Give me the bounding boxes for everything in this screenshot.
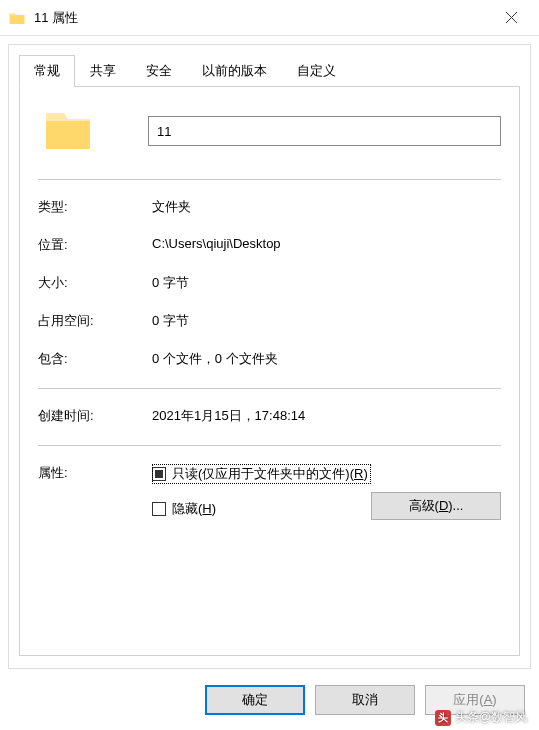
readonly-label: 只读(仅应用于文件夹中的文件)(R): [172, 465, 368, 483]
value-type: 文件夹: [152, 198, 501, 216]
watermark-icon: 头: [435, 710, 451, 726]
value-size-on-disk: 0 字节: [152, 312, 501, 330]
cancel-button[interactable]: 取消: [315, 685, 415, 715]
row-size-on-disk: 占用空间: 0 字节: [38, 312, 501, 330]
divider: [38, 179, 501, 180]
label-attributes: 属性:: [38, 464, 152, 482]
tab-general[interactable]: 常规: [19, 55, 75, 87]
readonly-checkbox-row[interactable]: 只读(仅应用于文件夹中的文件)(R): [152, 464, 371, 484]
divider: [38, 388, 501, 389]
close-icon: [506, 12, 517, 23]
hidden-checkbox-row[interactable]: 隐藏(H): [152, 500, 371, 518]
window-title: 11 属性: [34, 9, 491, 27]
tab-security[interactable]: 安全: [131, 55, 187, 87]
tab-sharing[interactable]: 共享: [75, 55, 131, 87]
label-type: 类型:: [38, 198, 152, 216]
divider: [38, 445, 501, 446]
tab-previous-versions[interactable]: 以前的版本: [187, 55, 282, 87]
value-location: C:\Users\qiuji\Desktop: [152, 236, 501, 251]
label-location: 位置:: [38, 236, 152, 254]
label-size: 大小:: [38, 274, 152, 292]
hidden-label: 隐藏(H): [172, 500, 216, 518]
label-size-on-disk: 占用空间:: [38, 312, 152, 330]
header-row: [38, 107, 501, 155]
attribute-checkboxes: 只读(仅应用于文件夹中的文件)(R) 隐藏(H): [152, 464, 371, 534]
tab-customize[interactable]: 自定义: [282, 55, 351, 87]
label-contains: 包含:: [38, 350, 152, 368]
row-type: 类型: 文件夹: [38, 198, 501, 216]
readonly-checkbox[interactable]: [152, 467, 166, 481]
value-size: 0 字节: [152, 274, 501, 292]
value-created: 2021年1月15日，17:48:14: [152, 407, 501, 425]
watermark-text: 头条@数智风: [455, 709, 527, 726]
advanced-button[interactable]: 高级(D)...: [371, 492, 501, 520]
watermark: 头 头条@数智风: [435, 709, 527, 726]
folder-icon-large: [42, 107, 94, 155]
row-size: 大小: 0 字节: [38, 274, 501, 292]
label-created: 创建时间:: [38, 407, 152, 425]
attributes-section: 属性: 只读(仅应用于文件夹中的文件)(R) 隐藏(H) 高级(D)...: [38, 464, 501, 534]
value-contains: 0 个文件，0 个文件夹: [152, 350, 501, 368]
close-button[interactable]: [491, 4, 531, 32]
row-contains: 包含: 0 个文件，0 个文件夹: [38, 350, 501, 368]
dialog-body: 常规 共享 安全 以前的版本 自定义 类型: 文件夹 位置: C:\Users\…: [8, 44, 531, 669]
row-created: 创建时间: 2021年1月15日，17:48:14: [38, 407, 501, 425]
tab-strip: 常规 共享 安全 以前的版本 自定义: [19, 55, 520, 87]
folder-name-input[interactable]: [148, 116, 501, 146]
row-location: 位置: C:\Users\qiuji\Desktop: [38, 236, 501, 254]
folder-icon-small: [8, 9, 26, 27]
tab-panel-general: 类型: 文件夹 位置: C:\Users\qiuji\Desktop 大小: 0…: [19, 86, 520, 656]
hidden-checkbox[interactable]: [152, 502, 166, 516]
ok-button[interactable]: 确定: [205, 685, 305, 715]
titlebar: 11 属性: [0, 0, 539, 36]
